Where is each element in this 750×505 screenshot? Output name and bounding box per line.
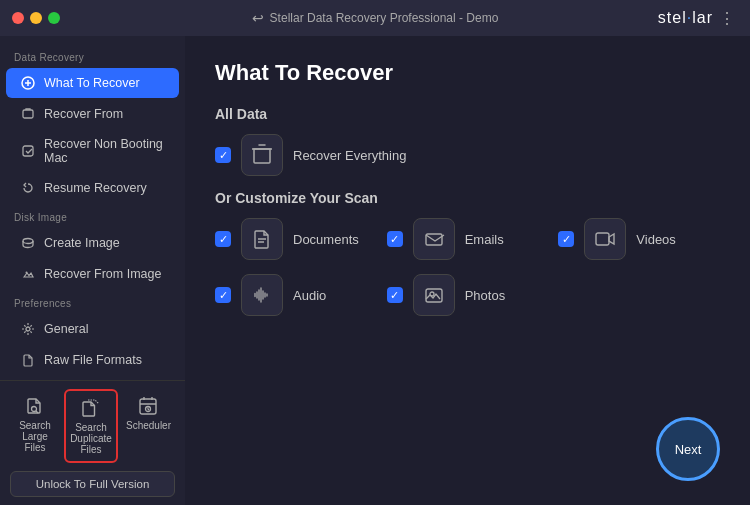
- close-button[interactable]: [12, 12, 24, 24]
- audio-label: Audio: [293, 288, 326, 303]
- emails-icon-box: [413, 218, 455, 260]
- sidebar-item-recover-from-image[interactable]: Recover From Image: [6, 259, 179, 289]
- menu-dots-icon[interactable]: ⋮: [719, 9, 736, 28]
- maximize-button[interactable]: [48, 12, 60, 24]
- back-icon: ↩: [252, 10, 264, 26]
- recover-everything-row: Recover Everything: [215, 134, 720, 176]
- photos-checkbox[interactable]: [387, 287, 403, 303]
- sidebar-content: Data Recovery What To Recover R: [0, 36, 185, 380]
- svg-point-9: [31, 407, 36, 412]
- recover-everything-icon-box: [241, 134, 283, 176]
- sidebar-item-general[interactable]: General: [6, 314, 179, 344]
- videos-label: Videos: [636, 232, 676, 247]
- sidebar-section-data-recovery: Data Recovery: [0, 44, 185, 67]
- main-content: What To Recover All Data Recover Everyth…: [185, 36, 750, 505]
- search-duplicate-files-button[interactable]: Search Duplicate Files: [64, 389, 118, 463]
- svg-rect-2: [23, 146, 33, 156]
- title-bar: ↩ Stellar Data Recovery Professional - D…: [0, 0, 750, 36]
- recover-everything-checkbox[interactable]: [215, 147, 231, 163]
- sidebar-section-disk-image: Disk Image: [0, 204, 185, 227]
- audio-checkbox[interactable]: [215, 287, 231, 303]
- documents-label: Documents: [293, 232, 359, 247]
- create-image-icon: [20, 235, 36, 251]
- sidebar-item-resume-recovery[interactable]: Resume Recovery: [6, 173, 179, 203]
- svg-rect-13: [596, 233, 609, 245]
- scheduler-icon: [137, 395, 159, 417]
- traffic-lights: [12, 12, 60, 24]
- search-large-files-button[interactable]: Search Large Files: [10, 389, 60, 463]
- resume-recovery-icon: [20, 180, 36, 196]
- documents-item: Documents: [215, 218, 377, 260]
- svg-point-3: [23, 239, 33, 244]
- audio-icon-box: [241, 274, 283, 316]
- app-brand: stel·lar ⋮: [658, 9, 736, 28]
- scheduler-button[interactable]: Scheduler: [122, 389, 175, 463]
- svg-rect-1: [23, 110, 33, 118]
- minimize-button[interactable]: [30, 12, 42, 24]
- page-title: What To Recover: [215, 60, 720, 86]
- sidebar: Data Recovery What To Recover R: [0, 36, 185, 505]
- next-button[interactable]: Next: [656, 417, 720, 481]
- recover-non-booting-icon: [20, 143, 36, 159]
- documents-icon-box: [241, 218, 283, 260]
- unlock-button[interactable]: Unlock To Full Version: [10, 471, 175, 497]
- raw-file-formats-icon: [20, 352, 36, 368]
- sidebar-item-recover-from[interactable]: Recover From: [6, 99, 179, 129]
- bottom-toolbar: Search Large Files Search Duplicate File…: [10, 389, 175, 463]
- emails-item: Emails: [387, 218, 549, 260]
- videos-item: Videos: [558, 218, 720, 260]
- window-title: ↩ Stellar Data Recovery Professional - D…: [252, 10, 499, 26]
- recover-everything-label: Recover Everything: [293, 148, 406, 163]
- recover-everything-item: Recover Everything: [215, 134, 720, 176]
- sidebar-item-raw-file-formats[interactable]: Raw File Formats: [6, 345, 179, 375]
- svg-point-4: [26, 272, 28, 274]
- videos-checkbox[interactable]: [558, 231, 574, 247]
- sidebar-section-preferences: Preferences: [0, 290, 185, 313]
- documents-checkbox[interactable]: [215, 231, 231, 247]
- customize-section-title: Or Customize Your Scan: [215, 190, 720, 206]
- recover-from-image-icon: [20, 266, 36, 282]
- search-duplicate-files-icon: [80, 397, 102, 419]
- customize-section: Or Customize Your Scan Documents: [215, 190, 720, 316]
- sidebar-item-what-to-recover[interactable]: What To Recover: [6, 68, 179, 98]
- sidebar-item-create-image[interactable]: Create Image: [6, 228, 179, 258]
- search-large-files-icon: [24, 395, 46, 417]
- svg-point-5: [26, 327, 30, 331]
- emails-checkbox[interactable]: [387, 231, 403, 247]
- customize-grid: Documents Emails: [215, 218, 720, 316]
- svg-rect-12: [426, 234, 442, 245]
- audio-item: Audio: [215, 274, 377, 316]
- emails-label: Emails: [465, 232, 504, 247]
- photos-item: Photos: [387, 274, 549, 316]
- sidebar-bottom: Search Large Files Search Duplicate File…: [0, 380, 185, 505]
- sidebar-item-recover-non-booting[interactable]: Recover Non Booting Mac: [6, 130, 179, 172]
- what-to-recover-icon: [20, 75, 36, 91]
- general-icon: [20, 321, 36, 337]
- photos-label: Photos: [465, 288, 505, 303]
- all-data-section-title: All Data: [215, 106, 720, 122]
- main-layout: Data Recovery What To Recover R: [0, 36, 750, 505]
- photos-icon-box: [413, 274, 455, 316]
- recover-from-icon: [20, 106, 36, 122]
- videos-icon-box: [584, 218, 626, 260]
